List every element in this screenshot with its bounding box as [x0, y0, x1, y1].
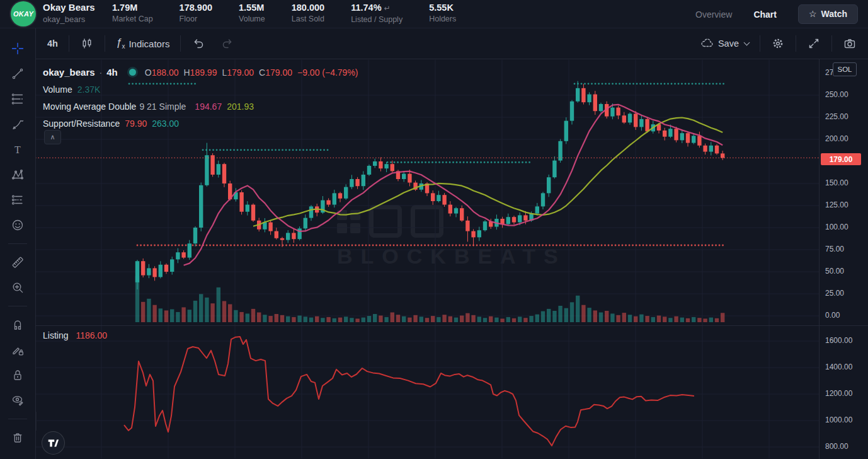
currency-label: SOL [837, 66, 852, 73]
header-stats: 1.79M Market Cap 178.900 Floor 1.55M Vol… [112, 1, 456, 25]
drawing-lock-icon [11, 343, 25, 357]
expand-icon [807, 37, 821, 50]
legend-change: −9.00 (−4.79%) [297, 67, 358, 78]
axis-tick: 200.00 [825, 134, 848, 143]
candles-icon [80, 37, 94, 50]
save-label: Save [718, 38, 739, 49]
tool-emoji[interactable] [6, 213, 30, 237]
watch-button[interactable]: ☆ Watch [798, 4, 858, 24]
save-button[interactable]: Save [692, 33, 757, 54]
volume-label: Volume [43, 84, 72, 95]
tool-lock-all[interactable] [6, 363, 30, 387]
blockbeats-watermark: BLOCKBEATS [337, 205, 566, 269]
redo-button[interactable] [213, 33, 242, 54]
nav-chart[interactable]: Chart [753, 9, 777, 20]
tool-crosshair[interactable] [6, 37, 30, 61]
ma-fast-value: 194.67 [195, 102, 222, 112]
header: OKAY Okay Bears okay_bears 1.79M Market … [0, 0, 868, 28]
currency-toggle-button[interactable]: SOL [833, 62, 857, 76]
undo-icon [191, 37, 205, 50]
interval-button[interactable]: 4h [40, 33, 66, 54]
interval-label: 4h [47, 38, 58, 49]
svg-text:T: T [14, 144, 21, 155]
legend-symbol: okay_bears [43, 67, 95, 78]
axis-tick: 125.00 [825, 200, 848, 209]
legend-collapse-button[interactable]: ∧ [44, 130, 61, 144]
listing-legend[interactable]: Listing 1186.00 [43, 330, 107, 340]
chart-legend: okay_bears · 4h O188.00H189.99L179.00C17… [43, 64, 358, 132]
tool-magnet[interactable] [6, 313, 30, 337]
axis-tick: 225.00 [825, 112, 848, 121]
collection-title: Okay Bears [43, 1, 95, 14]
tool-xabcd-pattern[interactable] [6, 163, 30, 187]
sidebar-divider [8, 243, 27, 244]
legend-volume-row[interactable]: Volume 2.37K [43, 81, 358, 98]
tool-fib-lines[interactable] [6, 87, 30, 111]
ma-params: 9 21 Simple [139, 102, 186, 112]
axis-tick: 800.00 [825, 442, 848, 451]
tool-forecast[interactable] [6, 188, 30, 212]
toolbar-right: Save [692, 33, 868, 54]
snapshot-button[interactable] [835, 33, 864, 54]
forecast-icon [11, 193, 25, 207]
header-stat: 5.55K Holders [429, 1, 456, 25]
undo-button[interactable] [184, 33, 213, 54]
axis-tick: 25.00 [825, 289, 844, 298]
axis-tick: 1000.00 [825, 415, 852, 424]
legend-sr-row[interactable]: Support/Resistance 79.90 263.00 [43, 115, 358, 132]
collection-name-block: Okay Bears okay_bears [43, 1, 95, 25]
fullscreen-button[interactable] [799, 33, 828, 54]
legend-ohlc: O188.00H189.99L179.00C179.00 [145, 67, 292, 78]
fib-lines-icon [11, 92, 25, 106]
trading-app: OKAY Okay Bears okay_bears 1.79M Market … [0, 0, 868, 459]
star-icon: ☆ [809, 9, 817, 19]
legend-ma-row[interactable]: Moving Average Double 9 21 Simple 194.67… [43, 98, 358, 115]
sr-support-value: 79.90 [125, 119, 147, 129]
tool-zoom-in[interactable] [6, 276, 30, 299]
sr-label: Support/Resistance [43, 119, 120, 129]
header-stat: 11.74%↵ Listed / Supply [351, 1, 403, 25]
indicators-button[interactable]: ƒx Indicators [108, 33, 178, 54]
xabcd-pattern-icon [11, 168, 25, 182]
axis-tick: 75.00 [825, 245, 844, 253]
tool-drawing-lock[interactable] [6, 338, 30, 362]
axis-tick: 100.00 [825, 223, 848, 231]
tool-trend-line[interactable] [6, 62, 30, 86]
axis-tick: 1200.00 [825, 389, 852, 398]
fx-icon: ƒx [116, 37, 125, 50]
chevron-up-icon: ∧ [50, 133, 55, 141]
volume-value: 2.37K [77, 84, 101, 95]
tool-hide-drawings[interactable] [6, 388, 30, 412]
magnet-icon [11, 318, 25, 332]
collection-logo[interactable]: OKAY [11, 1, 36, 26]
watermark-logo [337, 210, 360, 233]
market-status-icon[interactable] [129, 69, 136, 76]
axis-tick: 250.00 [825, 90, 848, 99]
tool-ruler[interactable] [6, 250, 30, 274]
ruler-icon [11, 255, 25, 269]
tool-brush[interactable] [6, 112, 30, 136]
text-icon: T [11, 142, 25, 156]
axis-tick: 1600.00 [825, 336, 852, 345]
chart-toolbar: 4h ƒx Indicators [36, 28, 868, 59]
gear-icon [771, 37, 785, 50]
remove-objects-icon [11, 431, 25, 444]
collection-handle: okay_bears [43, 14, 95, 25]
trend-line-icon [11, 67, 25, 81]
indicators-label: Indicators [128, 38, 169, 49]
sr-resistance-value: 263.00 [152, 119, 179, 129]
tradingview-logo[interactable] [42, 431, 65, 455]
pane-separator[interactable] [36, 325, 868, 326]
sidebar-divider [8, 306, 27, 306]
chart-style-button[interactable] [72, 33, 101, 54]
settings-button[interactable] [763, 33, 792, 54]
collection-logo-text: OKAY [13, 10, 33, 18]
nav-overview[interactable]: Overview [695, 9, 732, 20]
watermark-text: BLOCKBEATS [337, 244, 566, 269]
tool-text[interactable]: T [6, 137, 30, 161]
tool-remove-objects[interactable] [6, 426, 30, 450]
chevron-down-icon [744, 40, 750, 46]
legend-symbol-row[interactable]: okay_bears · 4h O188.00H189.99L179.00C17… [43, 64, 358, 81]
price-axis-border [819, 59, 819, 459]
ma-slow-value: 201.93 [227, 102, 254, 112]
